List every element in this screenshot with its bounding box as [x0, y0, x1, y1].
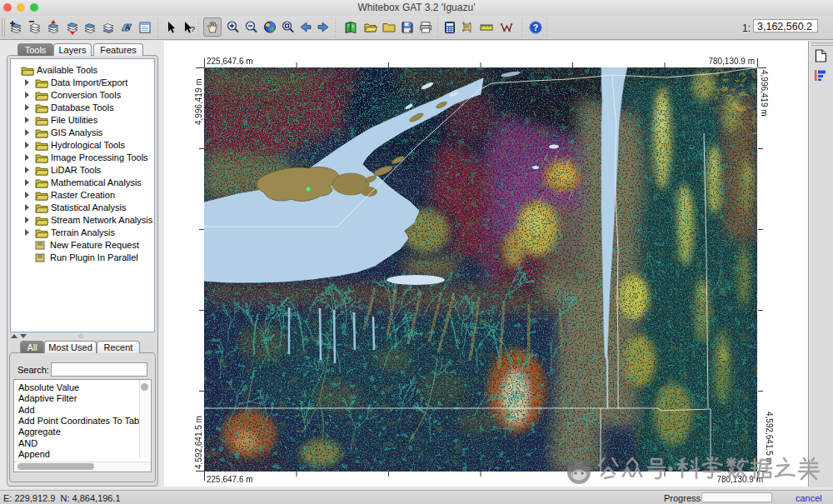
svg-text:?: ? — [191, 25, 195, 33]
svg-text:A: A — [125, 23, 131, 32]
svg-text:?: ? — [533, 22, 538, 32]
